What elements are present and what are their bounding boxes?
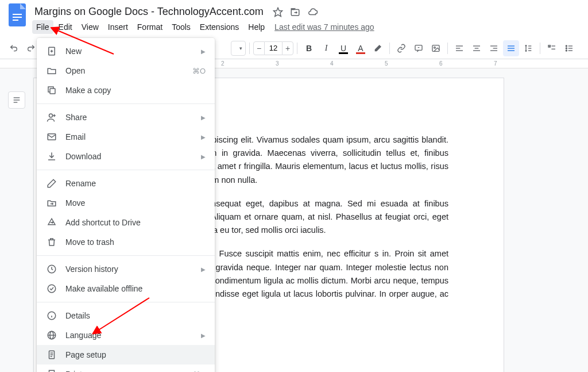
menu-item-version-history[interactable]: Version history ▶ [37, 259, 215, 279]
underline-button[interactable]: U [335, 40, 351, 56]
menu-item-open[interactable]: Open ⌘O [37, 61, 215, 80]
align-center-button[interactable] [469, 40, 485, 56]
menu-label: Rename [65, 179, 96, 188]
menu-label: Page setup [65, 350, 106, 359]
info-icon [46, 310, 57, 321]
menu-extensions[interactable]: Extensions [196, 20, 243, 34]
align-right-button[interactable] [486, 40, 502, 56]
comment-button[interactable] [411, 40, 427, 56]
star-icon[interactable] [273, 7, 283, 17]
doc-title[interactable]: Margins on Google Docs - TechnologyAccen… [32, 5, 266, 19]
menu-item-page-setup[interactable]: Page setup [37, 345, 215, 365]
text-color-button[interactable]: A [353, 40, 369, 56]
file-plus-icon [46, 45, 57, 57]
trash-icon [46, 236, 57, 248]
folder-move-icon [46, 197, 57, 209]
menu-help[interactable]: Help [244, 20, 269, 34]
toolbar-separator [297, 43, 297, 54]
print-icon [46, 369, 57, 372]
menu-view[interactable]: View [78, 20, 103, 34]
svg-point-27 [566, 45, 567, 47]
outline-toggle[interactable] [8, 91, 25, 109]
submenu-arrow-icon: ▶ [201, 114, 206, 121]
download-icon [46, 151, 57, 162]
submenu-arrow-icon: ▶ [201, 266, 206, 273]
pencil-icon [46, 178, 57, 189]
menu-label: New [65, 47, 82, 56]
menu-item-language[interactable]: Language ▶ [37, 325, 215, 345]
menu-label: Email [65, 132, 86, 141]
toolbar-separator [249, 43, 250, 54]
checklist-button[interactable] [544, 40, 560, 56]
history-icon [46, 263, 57, 275]
shortcut: ⌘P [193, 370, 206, 373]
menu-tools[interactable]: Tools [168, 20, 195, 34]
toolbar-separator [447, 43, 448, 54]
menu-item-details[interactable]: Details [37, 306, 215, 325]
svg-rect-39 [50, 89, 55, 94]
submenu-arrow-icon: ▶ [201, 154, 206, 160]
folder-icon [46, 65, 57, 76]
email-icon [46, 131, 57, 143]
toolbar-separator [389, 43, 390, 54]
font-size-input[interactable] [265, 41, 282, 55]
menu-item-add-shortcut[interactable]: Add shortcut to Drive [37, 213, 215, 232]
submenu-arrow-icon: ▶ [201, 134, 206, 140]
menu-label: Make available offline [65, 284, 142, 293]
file-menu-dropdown: New ▶ Open ⌘O Make a copy Share ▶ Email … [37, 38, 215, 372]
svg-point-40 [49, 114, 53, 117]
font-size-control: − + [253, 41, 293, 55]
menu-separator [37, 103, 215, 104]
font-size-increase[interactable]: + [282, 41, 293, 55]
move-icon[interactable] [290, 7, 300, 17]
title-area: Margins on Google Docs - TechnologyAccen… [32, 5, 581, 34]
menu-format[interactable]: Format [133, 20, 167, 34]
menu-file[interactable]: File [32, 20, 53, 34]
menu-item-download[interactable]: Download ▶ [37, 147, 215, 166]
svg-rect-1 [13, 14, 22, 15]
last-edit[interactable]: Last edit was 7 minutes ago [274, 22, 374, 32]
ruler-tick: 7 [494, 60, 497, 67]
menu-item-make-copy[interactable]: Make a copy [37, 80, 215, 100]
menu-item-rename[interactable]: Rename [37, 174, 215, 193]
cloud-icon[interactable] [307, 7, 319, 17]
menu-label: Move [65, 198, 85, 208]
menu-label: Add shortcut to Drive [65, 218, 141, 227]
font-size-decrease[interactable]: − [253, 41, 265, 55]
menu-item-new[interactable]: New ▶ [37, 41, 215, 61]
line-spacing-button[interactable] [520, 40, 536, 56]
menu-item-share[interactable]: Share ▶ [37, 108, 215, 127]
submenu-arrow-icon: ▶ [201, 48, 206, 55]
zoom-select[interactable] [231, 41, 246, 56]
menu-label: Print [65, 370, 82, 372]
menu-item-trash[interactable]: Move to trash [37, 232, 215, 252]
ruler-tick: 4 [330, 60, 334, 67]
menu-label: Move to trash [65, 237, 114, 247]
link-button[interactable] [393, 40, 409, 56]
menubar: File Edit View Insert Format Tools Exten… [32, 20, 581, 34]
image-button[interactable] [428, 40, 444, 56]
person-plus-icon [46, 112, 57, 123]
menu-item-move[interactable]: Move [37, 193, 215, 213]
menu-label: Details [65, 311, 90, 320]
highlight-button[interactable] [370, 40, 386, 56]
undo-button[interactable] [6, 40, 22, 56]
menu-label: Make a copy [65, 86, 111, 95]
align-left-button[interactable] [451, 40, 467, 56]
bold-button[interactable]: B [301, 40, 317, 56]
svg-point-45 [48, 285, 56, 293]
menu-separator [37, 302, 215, 302]
italic-button[interactable]: I [318, 40, 334, 56]
bullet-list-button[interactable] [561, 40, 577, 56]
menu-edit[interactable]: Edit [55, 20, 76, 34]
menu-item-print[interactable]: Print ⌘P [37, 365, 215, 372]
docs-logo[interactable] [7, 5, 28, 25]
svg-marker-4 [273, 7, 282, 16]
svg-rect-3 [13, 20, 18, 21]
ruler-tick: 5 [385, 60, 388, 67]
menu-item-offline[interactable]: Make available offline [37, 279, 215, 298]
shortcut: ⌘O [192, 67, 206, 75]
align-justify-button[interactable] [503, 40, 519, 56]
menu-item-email[interactable]: Email ▶ [37, 127, 215, 147]
menu-insert[interactable]: Insert [104, 20, 132, 34]
